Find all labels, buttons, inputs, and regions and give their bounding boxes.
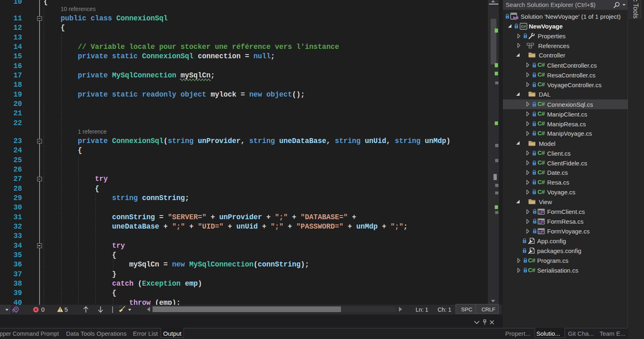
svg-text:C#: C#	[521, 24, 526, 29]
